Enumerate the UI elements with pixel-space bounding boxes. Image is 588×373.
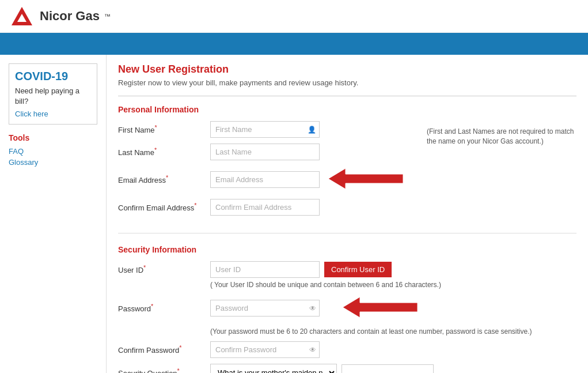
last-name-wrapper bbox=[210, 144, 320, 160]
logo: Nicor Gas ™ bbox=[12, 6, 111, 27]
email-arrow bbox=[328, 166, 403, 193]
arrow-svg bbox=[328, 166, 403, 191]
last-name-input[interactable] bbox=[210, 144, 320, 160]
logo-icon bbox=[12, 6, 32, 27]
password-note: (Your password must be 6 to 20 character… bbox=[210, 327, 576, 336]
confirm-password-input[interactable] bbox=[210, 341, 320, 358]
glossary-link[interactable]: Glossary bbox=[9, 158, 97, 167]
password-wrapper: 👁 bbox=[210, 300, 320, 317]
confirm-email-label: Confirm Email Address* bbox=[118, 202, 210, 212]
last-name-label: Last Name* bbox=[118, 146, 210, 157]
content-area: New User Registration Register now to vi… bbox=[107, 55, 588, 373]
covid-link[interactable]: Click here bbox=[15, 110, 48, 118]
personal-fields: First Name* 👤 Last Name* bbox=[118, 121, 415, 221]
confirm-password-label: Confirm Password* bbox=[118, 344, 210, 355]
logo-tm: ™ bbox=[104, 13, 111, 20]
logo-text: Nicor Gas bbox=[40, 9, 100, 24]
sidebar: COVID-19 Need help paying a bill? Click … bbox=[0, 55, 107, 373]
security-question-select[interactable]: What is your mother's maiden name? What … bbox=[210, 364, 337, 373]
personal-info-title: Personal Information bbox=[118, 105, 576, 114]
faq-link[interactable]: FAQ bbox=[9, 147, 97, 156]
personal-info-note: (First and Last Names are not required t… bbox=[427, 127, 576, 221]
covid-text: Need help paying a bill? bbox=[15, 86, 91, 107]
divider bbox=[118, 96, 576, 96]
last-name-row: Last Name* bbox=[118, 144, 415, 160]
userid-hint: ( Your User ID should be unique and cont… bbox=[210, 281, 576, 289]
tools-title: Tools bbox=[9, 133, 97, 142]
first-name-input[interactable] bbox=[210, 121, 320, 138]
security-info-title: Security Information bbox=[118, 245, 576, 254]
svg-marker-3 bbox=[343, 297, 418, 318]
confirm-password-eye-icon: 👁 bbox=[309, 346, 316, 354]
password-label: Password* bbox=[118, 303, 210, 313]
covid-title: COVID-19 bbox=[15, 70, 91, 83]
password-row: Password* 👁 bbox=[118, 295, 576, 322]
confirm-password-row: Confirm Password* 👁 bbox=[118, 341, 576, 358]
first-name-wrapper: 👤 bbox=[210, 121, 320, 138]
covid-box: COVID-19 Need help paying a bill? Click … bbox=[9, 63, 97, 125]
page-title: New User Registration bbox=[118, 63, 576, 76]
security-answer-input[interactable] bbox=[342, 364, 434, 373]
personal-fields-and-note: First Name* 👤 Last Name* bbox=[118, 121, 576, 221]
userid-label: User ID* bbox=[118, 264, 210, 274]
userid-wrapper bbox=[210, 261, 320, 278]
security-info-section: Security Information User ID* Confirm Us… bbox=[118, 245, 576, 373]
confirm-password-wrapper: 👁 bbox=[210, 341, 320, 358]
email-label: Email Address* bbox=[118, 174, 210, 184]
password-eye-icon: 👁 bbox=[309, 304, 316, 312]
password-input[interactable] bbox=[210, 300, 320, 317]
confirm-userid-button[interactable]: Confirm User ID bbox=[324, 262, 392, 277]
first-name-icon: 👤 bbox=[308, 126, 316, 134]
security-question-row: Security Question* What is your mother's… bbox=[118, 364, 576, 373]
first-name-row: First Name* 👤 bbox=[118, 121, 415, 138]
email-input[interactable] bbox=[210, 171, 320, 188]
userid-row: User ID* Confirm User ID bbox=[118, 261, 576, 278]
header: Nicor Gas ™ bbox=[0, 0, 588, 33]
personal-info-section: Personal Information First Name* 👤 Last … bbox=[118, 105, 576, 233]
blue-banner bbox=[0, 33, 588, 55]
confirm-email-input[interactable] bbox=[210, 199, 320, 216]
svg-marker-2 bbox=[328, 168, 403, 189]
page-subtitle: Register now to view your bill, make pay… bbox=[118, 78, 576, 87]
userid-input[interactable] bbox=[210, 261, 320, 278]
email-wrapper bbox=[210, 171, 320, 188]
password-arrow bbox=[343, 295, 418, 322]
security-question-label: Security Question* bbox=[118, 367, 210, 373]
email-row: Email Address* bbox=[118, 166, 415, 193]
password-arrow-svg bbox=[343, 295, 418, 320]
first-name-label: First Name* bbox=[118, 124, 210, 134]
confirm-email-wrapper bbox=[210, 199, 320, 216]
confirm-email-row: Confirm Email Address* bbox=[118, 199, 415, 216]
